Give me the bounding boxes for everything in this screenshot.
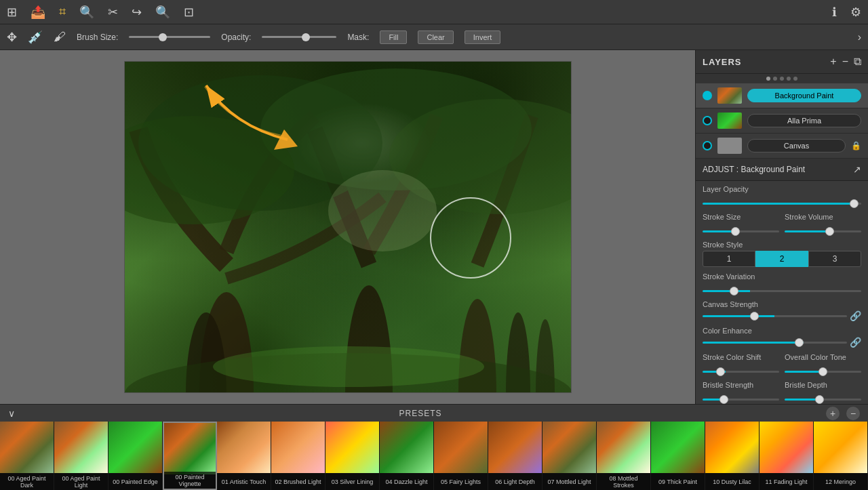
- crop-icon[interactable]: ⌗: [59, 5, 66, 19]
- mask-label: Mask:: [347, 33, 369, 42]
- preset-item-15[interactable]: 12 Meringo: [814, 422, 868, 490]
- preset-item-2[interactable]: 00 Painted Edge: [108, 422, 163, 490]
- fill-button[interactable]: Fill: [380, 30, 407, 44]
- layer-thumb-2: [717, 138, 742, 154]
- stroke-style-3-button[interactable]: 3: [808, 251, 861, 267]
- remove-preset-button[interactable]: −: [846, 407, 860, 420]
- layers-title: LAYERS: [703, 57, 742, 67]
- top-toolbar: ⊞ 📤 ⌗ 🔍 ✂ ↪ 🔍 ⊡ ℹ ⚙: [0, 0, 868, 24]
- preset-label-13: 10 Dusty Lilac: [705, 473, 759, 490]
- stroke-style-1-button[interactable]: 1: [703, 251, 755, 267]
- preset-item-12[interactable]: 09 Thick Paint: [651, 422, 705, 490]
- layer-name-button-0[interactable]: Background Paint: [747, 89, 861, 102]
- add-layer-button[interactable]: +: [830, 56, 836, 68]
- save-icon[interactable]: 📤: [31, 5, 45, 20]
- collapse-layer-button[interactable]: −: [842, 56, 848, 68]
- layer-item-background-paint[interactable]: Background Paint: [696, 83, 868, 108]
- preset-item-1[interactable]: 00 Aged Paint Light: [54, 422, 108, 490]
- canvas-area[interactable]: [0, 50, 695, 404]
- preset-item-5[interactable]: 02 Brushed Light: [271, 422, 326, 490]
- color-enhance-slider[interactable]: [703, 342, 847, 344]
- canvas-image[interactable]: [124, 61, 572, 393]
- brush-size-slider[interactable]: [129, 36, 210, 38]
- preset-item-14[interactable]: 11 Fading Light: [760, 422, 814, 490]
- stroke-style-2-button[interactable]: 2: [755, 251, 808, 267]
- layer-name-button-2[interactable]: Canvas: [747, 139, 846, 152]
- color-enhance-link-icon[interactable]: 🔗: [850, 337, 861, 348]
- clear-button[interactable]: Clear: [418, 30, 453, 44]
- dot-4: [787, 77, 791, 81]
- preset-thumb-2: [108, 422, 162, 473]
- brush-tool-icon[interactable]: 🖌: [54, 30, 66, 44]
- canvas-strength-row: Canvas Strength 🔗: [703, 300, 861, 321]
- transform-icon[interactable]: ✂: [108, 5, 118, 20]
- info-icon[interactable]: ℹ: [832, 5, 837, 20]
- grid-icon[interactable]: ⊞: [7, 5, 17, 20]
- preset-item-4[interactable]: 01 Artistic Touch: [217, 422, 271, 490]
- presets-actions: + −: [826, 407, 860, 420]
- preset-item-10[interactable]: 07 Mottled Light: [542, 422, 597, 490]
- overall-color-tone-label: Overall Color Tone: [785, 353, 846, 361]
- stroke-size-slider[interactable]: [703, 230, 779, 232]
- preset-item-6[interactable]: 03 Silver Lining: [326, 422, 380, 490]
- invert-button[interactable]: Invert: [465, 30, 501, 44]
- preset-thumb-13: [705, 422, 759, 473]
- preset-label-8: 05 Fairy Lights: [434, 473, 488, 490]
- layer-visibility-dot-1[interactable]: [703, 116, 712, 125]
- stroke-color-shift-slider[interactable]: [703, 371, 779, 373]
- preset-item-3[interactable]: 00 Painted Vignette: [163, 422, 217, 490]
- bristle-strength-slider[interactable]: [703, 399, 779, 401]
- move-tool-icon[interactable]: ✥: [7, 30, 17, 45]
- preset-thumb-9: [488, 422, 542, 473]
- stroke-style-row: Stroke Style 1 2 3: [703, 241, 861, 267]
- presets-collapse-icon[interactable]: ∨: [8, 408, 15, 419]
- preset-label-7: 04 Dazzle Light: [380, 473, 433, 490]
- layer-opacity-slider[interactable]: [703, 203, 861, 205]
- layer-dots-indicator: [696, 74, 868, 83]
- preset-item-9[interactable]: 06 Light Depth: [488, 422, 542, 490]
- layer-item-alla-prima[interactable]: Alla Prima: [696, 108, 868, 134]
- copy-layer-button[interactable]: ⧉: [854, 56, 861, 68]
- canvas-strength-slider[interactable]: [703, 315, 847, 317]
- preset-item-13[interactable]: 10 Dusty Lilac: [705, 422, 760, 490]
- stroke-volume-label: Stroke Volume: [785, 213, 833, 221]
- bristle-depth-slider[interactable]: [785, 399, 861, 401]
- canvas-wrapper: [124, 61, 572, 393]
- preset-item-0[interactable]: 00 Aged Paint Dark: [0, 422, 54, 490]
- zoom-out-icon[interactable]: 🔍: [155, 5, 170, 20]
- preset-thumb-7: [380, 422, 433, 473]
- stroke-volume-row: Stroke Volume: [785, 213, 861, 235]
- display-icon[interactable]: ⊡: [184, 5, 194, 20]
- preset-item-7[interactable]: 04 Dazzle Light: [380, 422, 434, 490]
- add-preset-button[interactable]: +: [826, 407, 840, 420]
- eyedropper-icon[interactable]: 💉: [28, 30, 43, 45]
- layer-visibility-dot-0[interactable]: [703, 91, 712, 100]
- stroke-variation-slider[interactable]: [703, 290, 861, 292]
- opacity-slider[interactable]: [262, 36, 336, 38]
- preset-item-11[interactable]: 08 Mottled Strokes: [597, 422, 651, 490]
- stroke-size-volume-row: Stroke Size Stroke Volume: [703, 213, 861, 241]
- canvas-strength-link-icon[interactable]: 🔗: [850, 310, 861, 321]
- preset-label-10: 07 Mottled Light: [542, 473, 596, 490]
- svg-point-11: [213, 346, 484, 387]
- settings-icon[interactable]: ⚙: [850, 5, 861, 20]
- preset-label-2: 00 Painted Edge: [108, 473, 162, 490]
- brush-size-control: [129, 36, 210, 38]
- layer-name-button-1[interactable]: Alla Prima: [747, 114, 861, 127]
- preset-thumb-6: [326, 422, 379, 473]
- tree-painting: [125, 62, 571, 392]
- preset-label-11: 08 Mottled Strokes: [597, 473, 650, 490]
- layer-item-canvas[interactable]: Canvas 🔒: [696, 134, 868, 159]
- zoom-in-icon[interactable]: 🔍: [79, 5, 94, 20]
- stroke-volume-slider[interactable]: [785, 230, 861, 232]
- redo-icon[interactable]: ↪: [132, 5, 142, 20]
- preset-thumb-8: [434, 422, 488, 473]
- adjust-options-icon[interactable]: ↗: [853, 164, 861, 175]
- layer-visibility-dot-2[interactable]: [703, 141, 712, 150]
- toolbar-expand-icon[interactable]: ›: [858, 31, 861, 43]
- overall-color-tone-slider[interactable]: [785, 371, 861, 373]
- preset-thumb-11: [597, 422, 650, 473]
- preset-item-8[interactable]: 05 Fairy Lights: [434, 422, 488, 490]
- preset-label-5: 02 Brushed Light: [271, 473, 325, 490]
- preset-thumb-4: [217, 422, 271, 473]
